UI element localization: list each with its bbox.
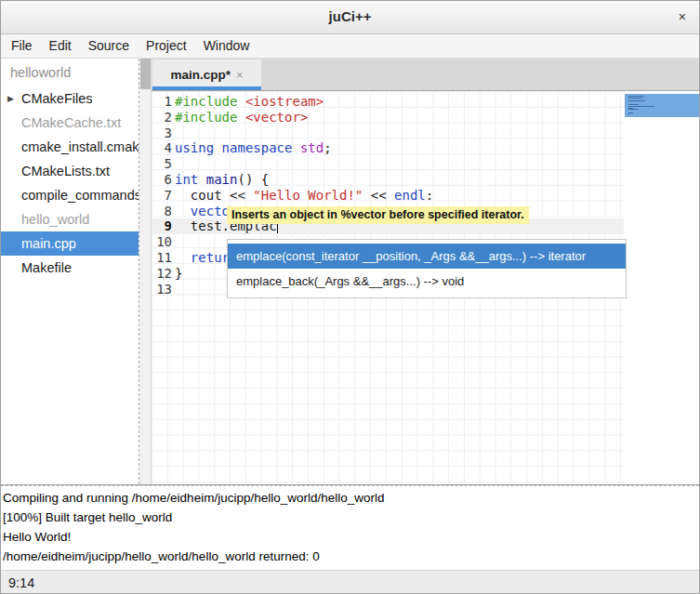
minimap-line: [628, 114, 629, 115]
code-line: #include <iostream>: [175, 94, 624, 110]
tab-bar: main.cpp*×: [152, 59, 699, 91]
menubar: FileEditSourceProjectWindow: [1, 34, 699, 59]
sidebar-item-makefile[interactable]: Makefile: [1, 256, 139, 280]
cursor-position: 9:14: [8, 575, 34, 590]
sidebar-item-hello-world[interactable]: hello_world: [1, 207, 139, 231]
file-label: hello_world: [21, 212, 89, 227]
terminal-output: Compiling and running /home/eidheim/juci…: [1, 485, 699, 570]
file-label: Makefile: [21, 260, 72, 275]
line-number: 11: [152, 250, 172, 266]
line-number: 8: [152, 204, 172, 219]
file-tree-sidebar: helloworld ▶CMakeFilesCMakeCache.txtcmak…: [1, 59, 139, 484]
line-number: 9: [152, 218, 172, 234]
minimap-viewport[interactable]: [625, 94, 699, 117]
completion-item[interactable]: emplace_back(_Args &&__args...) --> void: [228, 269, 626, 294]
file-label: CMakeCache.txt: [21, 115, 121, 130]
menu-project[interactable]: Project: [138, 34, 195, 59]
autocomplete-popup: emplace(const_iterator __position, _Args…: [227, 239, 627, 298]
file-label: CMakeLists.txt: [21, 164, 110, 178]
line-number: 3: [152, 125, 172, 141]
minimap-line: [628, 109, 638, 110]
code-line: cout << "Hello World!" << endl:: [175, 188, 624, 204]
terminal-line: Hello World!: [3, 527, 699, 547]
menu-source[interactable]: Source: [80, 34, 138, 59]
file-label: cmake_install.cmake: [21, 139, 139, 154]
project-name[interactable]: helloworld: [1, 59, 139, 86]
window-title: juCi++: [1, 8, 699, 24]
sidebar-item-main-cpp[interactable]: main.cpp: [1, 231, 139, 256]
minimap[interactable]: [625, 91, 699, 484]
code-line: [175, 125, 624, 141]
line-number: 1: [152, 94, 172, 110]
line-number: 7: [152, 188, 172, 204]
line-number: 13: [152, 282, 172, 297]
terminal-line: /home/eidheim/jucipp/hello_world/hello_w…: [3, 547, 699, 566]
file-list: ▶CMakeFilesCMakeCache.txtcmake_install.c…: [1, 86, 139, 280]
sidebar-item-cmakefiles[interactable]: ▶CMakeFiles: [1, 86, 139, 111]
sidebar-scrollbar-thumb[interactable]: [140, 59, 151, 89]
file-label: CMakeFiles: [21, 91, 93, 106]
close-window-icon[interactable]: ×: [679, 9, 686, 24]
statusbar: 9:14: [1, 570, 699, 594]
terminal-line: Compiling and running /home/eidheim/juci…: [3, 488, 699, 508]
minimap-line: [628, 98, 642, 99]
sidebar-scrollbar[interactable]: [139, 59, 152, 484]
tab-close-icon[interactable]: ×: [236, 68, 244, 82]
code-line: int main() {: [175, 172, 624, 188]
tab-main-cpp[interactable]: main.cpp*×: [152, 59, 261, 90]
expander-icon[interactable]: ▶: [7, 86, 14, 111]
menu-file[interactable]: File: [3, 34, 41, 59]
sidebar-item-cmakecache-txt[interactable]: CMakeCache.txt: [1, 111, 139, 135]
titlebar: juCi++ ×: [1, 1, 699, 34]
file-label: main.cpp: [21, 236, 76, 251]
line-number-gutter: 12345678910111213: [152, 94, 172, 297]
menu-edit[interactable]: Edit: [41, 34, 80, 59]
line-number: 4: [152, 140, 172, 156]
sidebar-item-cmake-install-cmake[interactable]: cmake_install.cmake: [1, 135, 139, 159]
code-line: #include <vector>: [175, 110, 624, 125]
tab-label: main.cpp*: [170, 68, 231, 82]
file-label: compile_commands.: [21, 188, 139, 203]
line-number: 5: [152, 156, 172, 172]
terminal-line: [100%] Built target hello_world: [3, 508, 699, 527]
line-number: 10: [152, 234, 172, 250]
menu-window[interactable]: Window: [195, 34, 258, 59]
line-number: 6: [152, 172, 172, 188]
line-number: 2: [152, 110, 172, 125]
line-number: 12: [152, 266, 172, 282]
sidebar-item-compile-commands-[interactable]: compile_commands.: [1, 183, 139, 207]
code-line: using namespace std;: [175, 140, 624, 156]
jucipp-window: juCi++ × FileEditSourceProjectWindow hel…: [0, 0, 700, 594]
doc-tooltip: Inserts an object in %vector before spec…: [227, 206, 529, 224]
minimap-line: [628, 100, 645, 101]
code-line: [175, 156, 624, 172]
sidebar-item-cmakelists-txt[interactable]: CMakeLists.txt: [1, 159, 139, 183]
completion-item[interactable]: emplace(const_iterator __position, _Args…: [228, 244, 626, 269]
